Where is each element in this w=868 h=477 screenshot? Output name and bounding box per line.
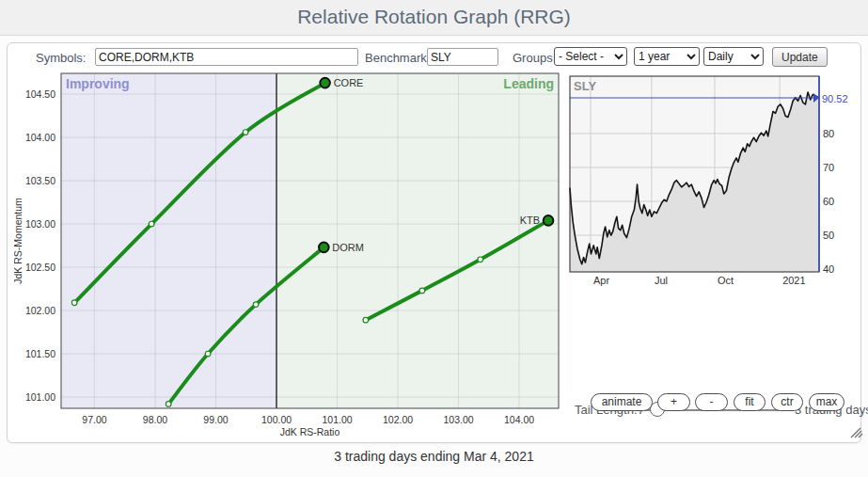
price-tick-label: 70 xyxy=(823,162,834,173)
tail-point xyxy=(205,351,211,357)
sly-chart-title: SLY xyxy=(574,79,596,93)
rrg-panel: Symbols: Benchmark: Groups: - Select - 1… xyxy=(7,42,861,443)
x-tick-label: 97.00 xyxy=(82,414,106,425)
month-label: Apr xyxy=(593,275,609,286)
period-select[interactable]: 1 year xyxy=(634,47,700,66)
price-tick-label: 60 xyxy=(823,196,834,207)
x-axis-title: JdK RS-Ratio xyxy=(280,426,340,437)
fit-button[interactable]: fit xyxy=(734,393,765,411)
center-button[interactable]: ctr xyxy=(771,393,803,411)
benchmark-input[interactable] xyxy=(427,48,498,66)
tail-point xyxy=(71,300,77,306)
symbol-label-core: CORE xyxy=(334,77,364,88)
animate-button[interactable]: animate xyxy=(591,393,653,411)
x-tick-label: 101.00 xyxy=(322,414,352,425)
symbol-marker-core[interactable] xyxy=(320,78,330,88)
page-title: Relative Rotation Graph (RRG) xyxy=(0,0,868,34)
quadrant-label-improving: Improving xyxy=(66,76,130,91)
x-tick-label: 103.00 xyxy=(443,414,473,425)
groups-select[interactable]: - Select - xyxy=(554,47,627,66)
tail-point xyxy=(363,317,369,323)
footer-status: 3 trading days ending Mar 4, 2021 xyxy=(0,449,868,464)
last-price-label: 90.52 xyxy=(822,93,848,104)
quadrant-improving xyxy=(61,73,276,408)
benchmark-label: Benchmark: xyxy=(365,49,430,67)
x-tick-label: 102.00 xyxy=(383,414,413,425)
month-label: Jul xyxy=(655,275,668,286)
month-label: Oct xyxy=(718,275,734,286)
tail-point xyxy=(243,130,248,135)
x-tick-label: 98.00 xyxy=(143,414,167,425)
rrg-chart[interactable]: 97.0098.0099.00100.00101.00102.00103.001… xyxy=(14,67,569,443)
symbols-input[interactable] xyxy=(95,48,358,66)
tail-point xyxy=(419,288,425,294)
quadrant-label-leading: Leading xyxy=(503,76,554,91)
x-tick-label: 104.00 xyxy=(504,414,534,425)
zoom-out-button[interactable]: - xyxy=(695,393,728,411)
price-tick-label: 40 xyxy=(823,263,834,275)
sly-price-chart[interactable]: AprJulOct2021405060708090.52SLY xyxy=(563,71,864,289)
x-tick-label: 100.00 xyxy=(261,414,292,425)
y-tick-label: 103.50 xyxy=(25,175,55,186)
y-axis-title: JdK RS-Momentum xyxy=(14,198,24,284)
symbols-label: Symbols: xyxy=(36,49,86,67)
y-tick-label: 101.50 xyxy=(25,348,55,359)
price-tick-label: 80 xyxy=(823,128,834,139)
tail-point xyxy=(149,221,154,227)
month-label: 2021 xyxy=(782,275,805,286)
update-button[interactable]: Update xyxy=(772,47,828,67)
symbol-label-ktb: KTB xyxy=(520,215,540,226)
symbol-label-dorm: DORM xyxy=(332,242,364,253)
tail-point xyxy=(253,302,259,308)
y-tick-label: 103.00 xyxy=(25,218,55,230)
app-header: Relative Rotation Graph (RRG) xyxy=(0,0,868,36)
frequency-select[interactable]: Daily xyxy=(703,47,764,66)
rrg-app: Relative Rotation Graph (RRG) Symbols: B… xyxy=(0,0,868,477)
x-tick-label: 99.00 xyxy=(203,414,228,425)
groups-label: Groups: xyxy=(513,49,556,67)
max-button[interactable]: max xyxy=(809,393,844,411)
price-tick-label: 50 xyxy=(823,230,834,241)
y-tick-label: 104.00 xyxy=(25,132,55,143)
tail-point xyxy=(478,257,483,262)
symbol-marker-ktb[interactable] xyxy=(544,215,554,226)
resize-grip-icon[interactable] xyxy=(847,425,863,438)
y-tick-label: 104.50 xyxy=(25,88,55,100)
y-tick-label: 102.00 xyxy=(25,305,55,316)
y-tick-label: 101.00 xyxy=(25,391,55,403)
symbol-marker-dorm[interactable] xyxy=(319,243,329,253)
y-tick-label: 102.50 xyxy=(25,262,55,273)
tail-point xyxy=(166,402,171,407)
zoom-in-button[interactable]: + xyxy=(657,393,690,411)
